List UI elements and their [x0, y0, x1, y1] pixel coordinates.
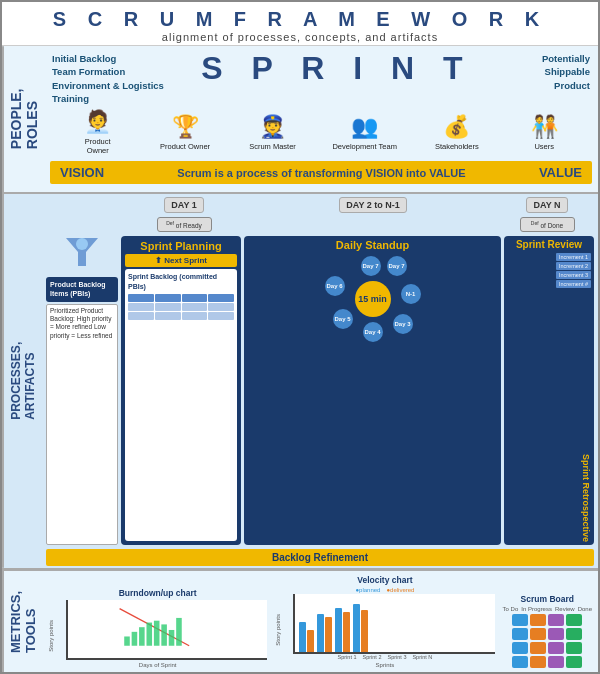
def-ready-text: of Ready: [176, 222, 202, 229]
increment-stack: Increment 1 Increment 2 Increment 3 Incr…: [507, 253, 591, 288]
section-processes: PROCESSES,ARTIFACTS DAY 1 Def of Ready D…: [2, 194, 598, 570]
how-label: How to be developed: [128, 335, 234, 343]
vel-bar-s1-planned: [299, 622, 306, 652]
sprint-top-area: Initial Backlog Team Formation Environme…: [44, 50, 598, 107]
svg-rect-9: [169, 630, 175, 646]
def-done-sup: Def: [531, 220, 539, 226]
backlog-refinement-label: Backlog Refinement: [272, 552, 368, 563]
sprint-backlog-box: Sprint Backlog (committed PBIs): [125, 269, 237, 541]
table-header-2: [155, 294, 181, 302]
day4-bubble: Day 4: [363, 322, 383, 342]
post-sprint-line3: Product: [554, 80, 590, 91]
scrum-board-grid: [512, 614, 582, 668]
scrum-board-container: Scrum Board To Do In Progress Review Don…: [503, 594, 592, 668]
sprint-backlog-table: [128, 294, 234, 320]
pre-sprint-line2: Team Formation: [52, 66, 125, 77]
vision-bar: VISION Scrum is a process of transformin…: [50, 161, 592, 184]
dayN-col: DAY N Def of Done: [502, 197, 592, 234]
velocity-ylabel: Story points: [275, 614, 281, 646]
sprint-review-area: Sprint Review Increment 1 Increment 2 In…: [504, 236, 594, 545]
vision-label: VISION: [60, 165, 104, 180]
day-mid-col: DAY 2 to N-1: [248, 197, 498, 234]
increment-1: Increment 1: [556, 253, 591, 261]
def-done-text: of Done: [540, 222, 563, 229]
vel-bar-sN-delivered: [361, 610, 368, 652]
stakeholders-icon: 💰: [443, 114, 470, 140]
table-header-4: [208, 294, 234, 302]
pre-sprint-line1: Initial Backlog: [52, 53, 116, 64]
table-cell-1: [128, 303, 154, 311]
product-owner2-icon: 🏆: [172, 114, 199, 140]
next-sprint-label: Next Sprint: [164, 256, 207, 265]
board-cell-7: [548, 628, 564, 640]
vel-bar-s3-planned: [335, 608, 342, 652]
velocity-legend: ●planned ●delivered: [355, 587, 414, 593]
burndown-title: Burndown/up chart: [119, 588, 197, 598]
table-cell-4: [208, 303, 234, 311]
product-owner-label: ProductOwner: [85, 137, 111, 155]
burndown-chart-container: Burndown/up chart Story points: [48, 588, 267, 668]
svg-rect-5: [139, 627, 145, 646]
people-content: Initial Backlog Team Formation Environme…: [44, 46, 598, 192]
vel-bar-s2-delivered: [325, 617, 332, 652]
daily-standup-title: Daily Standup: [336, 239, 409, 251]
board-cell-3: [548, 614, 564, 626]
table-header-3: [182, 294, 208, 302]
board-cell-4: [566, 614, 582, 626]
role-dev-team: 👥 Development Team: [332, 114, 396, 151]
section-people: PEOPLE,ROLES Initial Backlog Team Format…: [2, 46, 598, 194]
board-cell-2: [530, 614, 546, 626]
table-cell-3: [182, 303, 208, 311]
board-cell-14: [530, 656, 546, 668]
board-cell-16: [566, 656, 582, 668]
metrics-label: METRICS,TOOLS: [2, 571, 42, 672]
vel-sprint2: [317, 614, 332, 652]
burndown-svg: [72, 604, 241, 650]
sprint2-label: Sprint 2: [363, 654, 382, 660]
board-cell-1: [512, 614, 528, 626]
svg-rect-10: [176, 618, 182, 646]
vel-sprint1: [299, 622, 314, 652]
sprintN-label: Sprint N: [412, 654, 432, 660]
arrow-icon: ⬆: [155, 256, 162, 265]
def-ready-box: Def of Ready: [157, 217, 212, 232]
day-n1-bubble: N-1: [401, 284, 421, 304]
people-roles-label: PEOPLE,ROLES: [2, 46, 44, 192]
increment-2: Increment 2: [556, 262, 591, 270]
roles-row: 🧑‍💼 ProductOwner 🏆 Product Owner 👮 Scrum…: [44, 107, 598, 157]
role-product-owner: 🧑‍💼 ProductOwner: [70, 109, 125, 155]
velocity-bars: [299, 597, 490, 652]
scrum-board-columns: To Do In Progress Review Done: [503, 606, 592, 612]
svg-point-1: [76, 238, 88, 250]
col-done: Done: [578, 606, 592, 612]
col-inprogress: In Progress: [521, 606, 552, 612]
velocity-chart-container: Velocity chart ●planned ●delivered Story…: [275, 575, 494, 668]
increment-3: Increment 3: [556, 271, 591, 279]
table-cell-7: [182, 312, 208, 320]
processes-label: PROCESSES,ARTIFACTS: [2, 194, 42, 568]
pbi-box: Product Backlog Items (PBIs): [46, 277, 118, 301]
burndown-xlabel: Days of Sprint: [139, 662, 177, 668]
post-sprint-line1: Potentially: [542, 53, 590, 64]
daily-standup-area: Daily Standup 15 min Day 7 Day 7 N-1 Day…: [244, 236, 501, 545]
product-owner-icon: 🧑‍💼: [84, 109, 111, 135]
day-mid-label: DAY 2 to N-1: [339, 197, 407, 213]
vel-sprint3: [335, 608, 350, 652]
what-label: What to be developed: [128, 324, 234, 332]
vel-bar-s3-delivered: [343, 612, 350, 652]
value-label: VALUE: [539, 165, 582, 180]
svg-rect-6: [146, 623, 152, 646]
scrum-board-title: Scrum Board: [521, 594, 574, 604]
legend-planned: ●planned: [355, 587, 380, 593]
role-scrum-master: 👮 Scrum Master: [245, 114, 300, 151]
burndown-chart: [66, 600, 267, 660]
day3-bubble: Day 3: [393, 314, 413, 334]
def-ready-sup: Def: [166, 220, 174, 226]
col-review: Review: [555, 606, 575, 612]
increment-hash: Increment #: [556, 280, 591, 288]
board-cell-6: [530, 628, 546, 640]
day5-bubble: Day 5: [333, 309, 353, 329]
col-todo: To Do: [503, 606, 519, 612]
board-cell-12: [566, 642, 582, 654]
svg-rect-3: [124, 636, 130, 645]
